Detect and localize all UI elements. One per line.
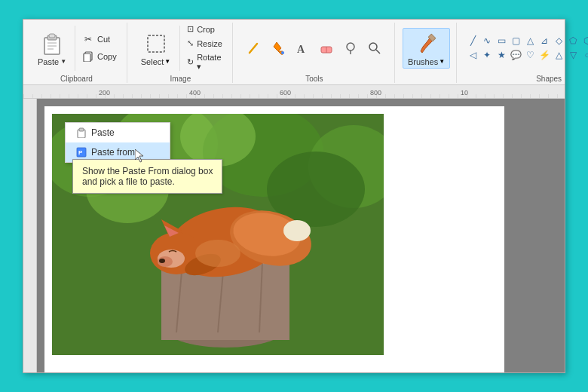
more-shape[interactable]: ⊿ bbox=[537, 34, 551, 47]
color-pick-tool[interactable] bbox=[340, 38, 361, 59]
paste-menu-icon bbox=[76, 127, 87, 138]
shapes-grid: ╱ ∿ ▭ ▢ △ ⊿ ◇ ⬠ ⬡ ▷ ◁ ✦ ★ 💬 ♡ bbox=[464, 32, 588, 63]
svg-rect-8 bbox=[148, 35, 164, 52]
image-group: Select ▼ ⊡ Crop ⤡ Resize bbox=[129, 23, 233, 83]
ribbon: Paste ▼ ✂ Cut bbox=[23, 20, 565, 85]
paste-label: Paste bbox=[38, 57, 59, 66]
tools-section-label: Tools bbox=[305, 75, 323, 83]
shapes-section-label: Shapes bbox=[536, 75, 562, 83]
svg-line-9 bbox=[250, 44, 257, 53]
brushes-icon bbox=[413, 30, 440, 57]
svg-point-17 bbox=[369, 43, 377, 51]
paste-icon bbox=[38, 30, 66, 57]
shapes-content: ╱ ∿ ▭ ▢ △ ⊿ ◇ ⬠ ⬡ ▷ ◁ ✦ ★ 💬 ♡ bbox=[464, 23, 588, 73]
ribbon-toolbar: Paste ▼ ✂ Cut bbox=[23, 20, 565, 84]
star-shape[interactable]: ✦ bbox=[480, 48, 494, 62]
resize-button[interactable]: ⤡ Resize bbox=[183, 37, 226, 50]
hexagon-shape[interactable]: ⬡ bbox=[580, 34, 588, 47]
clipboard-content: Paste ▼ ✂ Cut bbox=[32, 23, 121, 73]
diamond-shape[interactable]: ◇ bbox=[552, 34, 565, 47]
shapes-group: ╱ ∿ ▭ ▢ △ ⊿ ◇ ⬠ ⬡ ▷ ◁ ✦ ★ 💬 ♡ bbox=[458, 23, 588, 83]
rotate-button[interactable]: ↻ Rotate ▾ bbox=[183, 51, 226, 73]
tooltip: Show the Paste From dialog boxand pick a… bbox=[72, 159, 222, 194]
crop-icon: ⊡ bbox=[187, 24, 194, 34]
image-divider bbox=[179, 26, 180, 71]
vertical-ruler bbox=[23, 99, 37, 372]
crop-button[interactable]: ⊡ Crop bbox=[183, 23, 226, 35]
select-label: Select bbox=[141, 57, 164, 66]
roundrect-shape[interactable]: ▢ bbox=[509, 34, 522, 47]
lightning-shape[interactable]: ⚡ bbox=[537, 48, 551, 62]
svg-line-18 bbox=[376, 50, 380, 54]
rotate-label: Rotate ▾ bbox=[197, 53, 222, 72]
paste-from-icon: P bbox=[76, 147, 87, 158]
paste-menu-item[interactable]: Paste bbox=[66, 123, 170, 142]
magnify-tool[interactable] bbox=[364, 38, 385, 59]
callout-shape[interactable]: 💬 bbox=[509, 48, 522, 62]
cut-label: Cut bbox=[97, 35, 110, 44]
tooltip-text: Show the Paste From dialog boxand pick a… bbox=[82, 166, 213, 187]
arrow-up-shape[interactable]: △ bbox=[552, 48, 565, 62]
brushes-content: Brushes ▼ bbox=[403, 23, 450, 73]
app-window: Paste ▼ ✂ Cut bbox=[23, 19, 565, 373]
image-content: Select ▼ ⊡ Crop ⤡ Resize bbox=[135, 23, 226, 73]
tools-content: A bbox=[240, 23, 388, 73]
clipboard-group: Paste ▼ ✂ Cut bbox=[26, 23, 127, 83]
resize-label: Resize bbox=[197, 39, 222, 48]
tools-group: A bbox=[234, 23, 395, 83]
copy-icon bbox=[82, 51, 94, 63]
svg-point-47 bbox=[195, 240, 240, 267]
pencil-tool[interactable] bbox=[243, 38, 265, 59]
eraser-tool[interactable] bbox=[316, 38, 337, 59]
svg-rect-21 bbox=[23, 85, 565, 99]
text-tool[interactable]: A bbox=[292, 38, 313, 59]
brushes-button[interactable]: Brushes ▼ bbox=[403, 28, 450, 69]
brushes-label: Brushes bbox=[408, 57, 438, 66]
ruler: 200 400 600 800 10 bbox=[23, 85, 565, 99]
svg-point-11 bbox=[281, 51, 284, 54]
copy-label: Copy bbox=[97, 52, 117, 61]
arrow-left-shape[interactable]: ◁ bbox=[466, 48, 479, 62]
brushes-group: Brushes ▼ x bbox=[397, 23, 457, 83]
cut-copy-group: ✂ Cut Copy bbox=[78, 31, 121, 65]
cut-button[interactable]: ✂ Cut bbox=[78, 31, 121, 47]
line-shape[interactable]: ╱ bbox=[466, 34, 479, 47]
svg-point-39 bbox=[283, 220, 311, 241]
image-section-label: Image bbox=[170, 75, 191, 83]
svg-rect-49 bbox=[79, 128, 84, 131]
triangle-shape[interactable]: △ bbox=[523, 34, 537, 47]
select-icon bbox=[142, 30, 170, 57]
paste-from-label: Paste from bbox=[91, 147, 135, 158]
image-tools: ⊡ Crop ⤡ Resize ↻ Rotate ▾ bbox=[183, 23, 226, 73]
svg-point-15 bbox=[347, 43, 354, 51]
rotate-icon: ↻ bbox=[187, 57, 194, 67]
clipboard-divider bbox=[75, 26, 75, 71]
heart-shape[interactable]: ♡ bbox=[523, 48, 537, 62]
paste-dropdown-menu: Paste P Paste from bbox=[65, 122, 170, 163]
paste-button[interactable]: Paste ▼ bbox=[32, 28, 72, 69]
svg-text:P: P bbox=[78, 149, 83, 156]
cursor bbox=[135, 149, 144, 163]
rect-shape[interactable]: ▭ bbox=[495, 34, 508, 47]
clipboard-label: Clipboard bbox=[60, 75, 93, 83]
star5-shape[interactable]: ★ bbox=[495, 48, 508, 62]
svg-marker-52 bbox=[135, 149, 143, 162]
select-button[interactable]: Select ▼ bbox=[135, 29, 177, 68]
svg-rect-7 bbox=[84, 54, 90, 62]
paste-menu-label: Paste bbox=[91, 127, 115, 138]
cut-icon: ✂ bbox=[82, 33, 94, 45]
copy-button[interactable]: Copy bbox=[78, 48, 121, 65]
paste-dropdown-arrow: ▼ bbox=[60, 58, 66, 65]
pentagon-shape[interactable]: ⬠ bbox=[566, 34, 580, 47]
resize-icon: ⤡ bbox=[187, 38, 194, 48]
svg-rect-2 bbox=[49, 34, 55, 38]
ruler-ticks bbox=[23, 85, 565, 99]
arrow-down-shape[interactable]: ▽ bbox=[566, 48, 580, 62]
crop-label: Crop bbox=[197, 25, 215, 34]
svg-text:A: A bbox=[297, 44, 305, 55]
ellipse-shape[interactable]: ○ bbox=[580, 48, 588, 62]
fill-tool[interactable] bbox=[268, 38, 289, 59]
svg-point-45 bbox=[159, 259, 165, 263]
curve-shape[interactable]: ∿ bbox=[480, 34, 494, 47]
